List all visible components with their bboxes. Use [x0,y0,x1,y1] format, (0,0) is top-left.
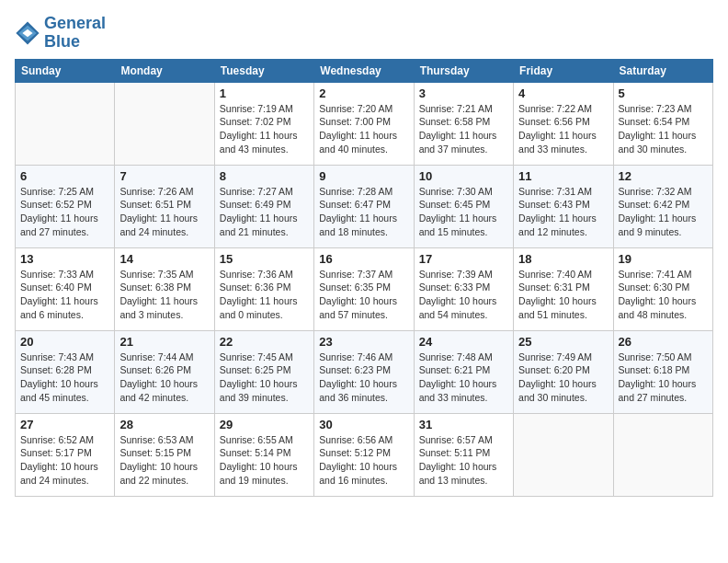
day-info: Sunrise: 7:45 AM Sunset: 6:25 PM Dayligh… [220,350,309,405]
day-info: Sunrise: 7:50 AM Sunset: 6:18 PM Dayligh… [619,350,708,405]
calendar-cell: 14Sunrise: 7:35 AM Sunset: 6:38 PM Dayli… [115,247,214,330]
calendar-cell: 20Sunrise: 7:43 AM Sunset: 6:28 PM Dayli… [16,330,115,413]
calendar-cell: 29Sunrise: 6:55 AM Sunset: 5:14 PM Dayli… [214,413,313,496]
day-number: 12 [619,169,708,183]
day-info: Sunrise: 6:53 AM Sunset: 5:15 PM Dayligh… [119,433,209,488]
day-number: 23 [319,335,408,349]
day-number: 31 [419,418,508,431]
calendar-cell: 10Sunrise: 7:30 AM Sunset: 6:45 PM Dayli… [414,165,513,247]
day-number: 15 [220,252,309,266]
calendar-cell [16,82,115,165]
day-number: 1 [220,86,309,100]
day-number: 24 [419,335,508,349]
day-number: 17 [419,252,508,266]
calendar-cell [514,413,613,496]
day-number: 25 [518,335,608,349]
calendar-cell: 21Sunrise: 7:44 AM Sunset: 6:26 PM Dayli… [115,330,214,413]
day-number: 8 [220,169,309,183]
calendar-cell: 16Sunrise: 7:37 AM Sunset: 6:35 PM Dayli… [314,247,414,330]
calendar-cell: 24Sunrise: 7:48 AM Sunset: 6:21 PM Dayli… [414,330,513,413]
day-number: 28 [119,418,209,431]
day-number: 16 [319,252,408,266]
day-info: Sunrise: 6:56 AM Sunset: 5:12 PM Dayligh… [319,433,408,488]
day-number: 22 [220,335,309,349]
calendar-cell: 13Sunrise: 7:33 AM Sunset: 6:40 PM Dayli… [16,247,115,330]
calendar-cell: 3Sunrise: 7:21 AM Sunset: 6:58 PM Daylig… [414,82,513,165]
calendar-cell: 18Sunrise: 7:40 AM Sunset: 6:31 PM Dayli… [514,247,613,330]
day-info: Sunrise: 7:41 AM Sunset: 6:30 PM Dayligh… [619,268,708,322]
day-info: Sunrise: 7:48 AM Sunset: 6:21 PM Dayligh… [419,350,508,405]
day-number: 10 [419,169,508,183]
calendar-week-4: 20Sunrise: 7:43 AM Sunset: 6:28 PM Dayli… [16,330,713,413]
day-info: Sunrise: 7:40 AM Sunset: 6:31 PM Dayligh… [518,268,608,322]
calendar-cell: 17Sunrise: 7:39 AM Sunset: 6:33 PM Dayli… [414,247,513,330]
day-info: Sunrise: 7:35 AM Sunset: 6:38 PM Dayligh… [119,268,209,322]
day-info: Sunrise: 7:21 AM Sunset: 6:58 PM Dayligh… [419,102,508,156]
calendar-cell: 9Sunrise: 7:28 AM Sunset: 6:47 PM Daylig… [314,165,414,247]
calendar-cell: 15Sunrise: 7:36 AM Sunset: 6:36 PM Dayli… [214,247,313,330]
calendar-cell: 31Sunrise: 6:57 AM Sunset: 5:11 PM Dayli… [414,413,513,496]
day-info: Sunrise: 7:22 AM Sunset: 6:56 PM Dayligh… [518,102,608,156]
logo-icon [15,20,40,46]
calendar-table: SundayMondayTuesdayWednesdayThursdayFrid… [15,59,713,497]
calendar-cell: 6Sunrise: 7:25 AM Sunset: 6:52 PM Daylig… [16,165,115,247]
day-info: Sunrise: 7:33 AM Sunset: 6:40 PM Dayligh… [20,268,109,322]
calendar-cell [115,82,214,165]
calendar-cell: 19Sunrise: 7:41 AM Sunset: 6:30 PM Dayli… [613,247,712,330]
calendar-cell: 8Sunrise: 7:27 AM Sunset: 6:49 PM Daylig… [214,165,313,247]
day-info: Sunrise: 7:25 AM Sunset: 6:52 PM Dayligh… [20,185,109,239]
col-header-saturday: Saturday [613,59,712,82]
day-info: Sunrise: 7:27 AM Sunset: 6:49 PM Dayligh… [220,185,309,239]
calendar-cell: 30Sunrise: 6:56 AM Sunset: 5:12 PM Dayli… [314,413,414,496]
day-info: Sunrise: 7:20 AM Sunset: 7:00 PM Dayligh… [319,102,408,156]
calendar-cell: 28Sunrise: 6:53 AM Sunset: 5:15 PM Dayli… [115,413,214,496]
day-number: 5 [619,86,708,100]
day-number: 13 [20,252,109,266]
calendar-cell: 5Sunrise: 7:23 AM Sunset: 6:54 PM Daylig… [613,82,712,165]
calendar-cell: 25Sunrise: 7:49 AM Sunset: 6:20 PM Dayli… [514,330,613,413]
day-info: Sunrise: 7:31 AM Sunset: 6:43 PM Dayligh… [518,185,608,239]
col-header-monday: Monday [115,59,214,82]
day-number: 30 [319,418,408,431]
day-number: 11 [518,169,608,183]
day-info: Sunrise: 7:23 AM Sunset: 6:54 PM Dayligh… [619,102,708,156]
logo: General Blue [15,15,106,52]
day-info: Sunrise: 7:44 AM Sunset: 6:26 PM Dayligh… [119,350,209,405]
calendar-cell: 23Sunrise: 7:46 AM Sunset: 6:23 PM Dayli… [314,330,414,413]
day-number: 9 [319,169,408,183]
calendar-week-1: 1Sunrise: 7:19 AM Sunset: 7:02 PM Daylig… [16,82,713,165]
calendar-cell: 12Sunrise: 7:32 AM Sunset: 6:42 PM Dayli… [613,165,712,247]
col-header-wednesday: Wednesday [314,59,414,82]
day-info: Sunrise: 7:19 AM Sunset: 7:02 PM Dayligh… [220,102,309,156]
calendar-cell: 11Sunrise: 7:31 AM Sunset: 6:43 PM Dayli… [514,165,613,247]
day-info: Sunrise: 7:37 AM Sunset: 6:35 PM Dayligh… [319,268,408,322]
calendar-cell [613,413,712,496]
day-info: Sunrise: 6:52 AM Sunset: 5:17 PM Dayligh… [20,433,109,488]
day-info: Sunrise: 7:30 AM Sunset: 6:45 PM Dayligh… [419,185,508,239]
day-number: 7 [119,169,209,183]
day-info: Sunrise: 7:46 AM Sunset: 6:23 PM Dayligh… [319,350,408,405]
calendar-cell: 1Sunrise: 7:19 AM Sunset: 7:02 PM Daylig… [214,82,313,165]
col-header-friday: Friday [514,59,613,82]
col-header-tuesday: Tuesday [214,59,313,82]
day-info: Sunrise: 7:26 AM Sunset: 6:51 PM Dayligh… [119,185,209,239]
day-number: 4 [518,86,608,100]
calendar-cell: 22Sunrise: 7:45 AM Sunset: 6:25 PM Dayli… [214,330,313,413]
calendar-cell: 2Sunrise: 7:20 AM Sunset: 7:00 PM Daylig… [314,82,414,165]
day-number: 2 [319,86,408,100]
day-info: Sunrise: 7:43 AM Sunset: 6:28 PM Dayligh… [20,350,109,405]
day-number: 18 [518,252,608,266]
calendar-cell: 7Sunrise: 7:26 AM Sunset: 6:51 PM Daylig… [115,165,214,247]
day-number: 3 [419,86,508,100]
calendar-cell: 26Sunrise: 7:50 AM Sunset: 6:18 PM Dayli… [613,330,712,413]
calendar-week-2: 6Sunrise: 7:25 AM Sunset: 6:52 PM Daylig… [16,165,713,247]
calendar-week-5: 27Sunrise: 6:52 AM Sunset: 5:17 PM Dayli… [16,413,713,496]
day-info: Sunrise: 7:36 AM Sunset: 6:36 PM Dayligh… [220,268,309,322]
day-info: Sunrise: 7:39 AM Sunset: 6:33 PM Dayligh… [419,268,508,322]
day-number: 21 [119,335,209,349]
day-info: Sunrise: 7:49 AM Sunset: 6:20 PM Dayligh… [518,350,608,405]
day-info: Sunrise: 6:57 AM Sunset: 5:11 PM Dayligh… [419,433,508,488]
col-header-sunday: Sunday [16,59,115,82]
calendar-cell: 4Sunrise: 7:22 AM Sunset: 6:56 PM Daylig… [514,82,613,165]
day-info: Sunrise: 6:55 AM Sunset: 5:14 PM Dayligh… [220,433,309,488]
